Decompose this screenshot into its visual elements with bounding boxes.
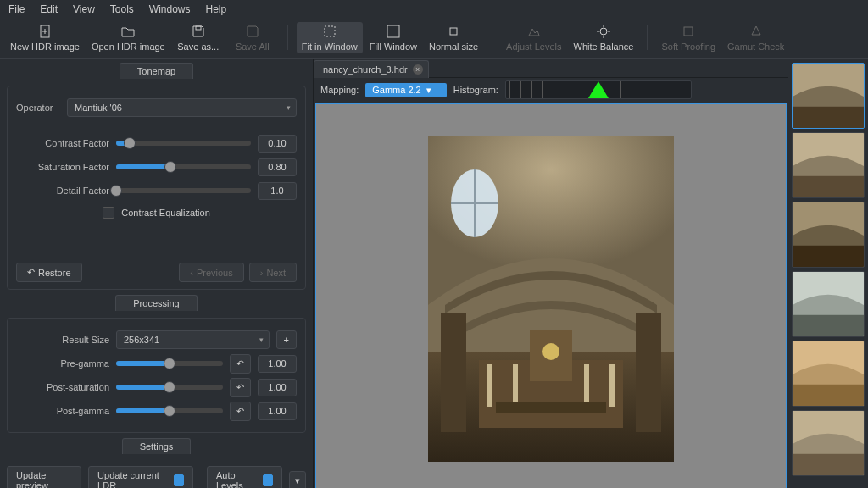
soft-proof-button: Soft Proofing [656,22,721,53]
white-balance-icon [596,24,611,39]
chevron-down-icon: ▾ [426,85,431,96]
menu-tools[interactable]: Tools [110,3,134,15]
post-gamma-slider[interactable] [116,408,223,413]
contrast-eq-checkbox[interactable] [103,207,114,219]
thumbnail-panel [788,59,868,488]
auto-levels-toggle[interactable]: Auto Levels [207,466,282,488]
svg-rect-27 [609,364,615,407]
tab-settings[interactable]: Settings [122,438,192,454]
thumbnail[interactable] [792,271,865,337]
thumbnail[interactable] [792,63,865,129]
gamut-check-button: Gamut Check [722,22,789,53]
thumbnail[interactable] [792,132,865,198]
checkbox-on-icon [263,474,273,486]
operator-select[interactable]: Mantiuk '06 ▾ [67,98,297,117]
saturation-value[interactable]: 0.80 [258,158,297,176]
svg-rect-39 [793,454,864,475]
fit-window-button[interactable]: Fit in Window [297,22,363,53]
normal-size-button[interactable]: Normal size [424,22,483,53]
pre-gamma-reset[interactable]: ↶ [230,354,251,374]
post-sat-slider[interactable] [116,385,223,390]
svg-rect-24 [513,364,518,402]
post-gamma-reset[interactable]: ↶ [230,402,251,421]
update-preview-toggle[interactable]: Update preview [7,466,81,488]
gamut-check-icon [748,24,764,39]
svg-rect-26 [487,364,492,407]
menu-edit[interactable]: Edit [40,3,58,15]
white-balance-button[interactable]: White Balance [569,22,639,53]
normal-size-icon [446,24,461,39]
post-sat-reset[interactable]: ↶ [230,378,251,397]
post-sat-label: Post-saturation [16,382,109,392]
reset-icon: ↶ [236,358,244,369]
save-icon [191,24,206,39]
save-as-button[interactable]: Save as... [172,22,225,53]
svg-rect-23 [496,402,606,413]
open-hdr-button[interactable]: Open HDR image [86,22,170,53]
post-gamma-value[interactable]: 1.00 [258,402,297,420]
menu-windows[interactable]: Windows [149,3,191,15]
fit-window-icon [322,24,337,39]
processing-panel: Result Size 256x341 ▾ + Pre-gamma ↶ 1.00… [7,318,306,433]
menu-view[interactable]: View [73,3,95,15]
svg-rect-5 [387,25,399,37]
hdr-image-preview [428,136,674,462]
histogram [505,80,692,99]
tab-tonemap[interactable]: Tonemap [120,63,193,79]
previous-button: ‹Previous [179,263,243,282]
reset-icon: ↶ [236,406,244,417]
tonemap-panel: Operator Mantiuk '06 ▾ Contrast Factor 0… [7,86,306,290]
fill-window-button[interactable]: Fill Window [364,22,422,53]
image-viewport[interactable] [315,103,787,488]
undo-icon: ↶ [27,267,35,278]
pre-gamma-value[interactable]: 1.00 [258,355,297,373]
thumbnail[interactable] [792,410,865,476]
saturation-label: Saturation Factor [16,162,109,172]
svg-rect-29 [793,107,864,128]
svg-rect-6 [450,28,457,35]
save-all-button: Save All [226,22,279,53]
svg-rect-35 [793,315,864,336]
update-ldr-toggle[interactable]: Update current LDR [88,466,193,488]
chevron-down-icon: ▾ [287,103,291,112]
svg-point-22 [542,343,559,360]
adjust-levels-button: Adjust Levels [501,22,566,53]
svg-point-7 [600,28,607,35]
result-size-label: Result Size [16,335,109,345]
new-file-icon [37,24,53,39]
detail-label: Detail Factor [16,186,109,196]
svg-rect-18 [441,313,466,432]
detail-slider[interactable] [116,188,251,193]
result-size-select[interactable]: 256x341 ▾ [116,330,270,349]
close-icon[interactable]: × [413,64,423,75]
post-sat-value[interactable]: 1.00 [258,379,297,396]
menu-help[interactable]: Help [206,3,227,15]
menu-file[interactable]: File [8,3,25,15]
thumbnail[interactable] [792,202,865,268]
mapping-label: Mapping: [320,85,359,95]
thumbnail[interactable] [792,341,865,407]
detail-value[interactable]: 1.0 [258,182,297,200]
contrast-slider[interactable] [116,141,251,146]
fill-window-icon [386,24,401,39]
mapping-select[interactable]: Gamma 2.2▾ [365,83,446,97]
contrast-label: Contrast Factor [16,138,109,148]
operator-label: Operator [16,103,60,113]
soft-proof-icon [681,24,696,39]
contrast-eq-label: Contrast Equalization [121,208,210,218]
tab-processing[interactable]: Processing [115,295,197,311]
contrast-value[interactable]: 0.10 [258,135,297,152]
restore-button[interactable]: ↶Restore [16,263,82,282]
new-hdr-button[interactable]: New HDR image [5,22,85,53]
svg-rect-19 [636,313,661,432]
pre-gamma-slider[interactable] [116,361,223,366]
chevron-left-icon: ‹ [190,268,193,278]
saturation-slider[interactable] [116,164,251,169]
folder-open-icon [120,24,136,39]
auto-levels-menu[interactable]: ▾ [289,471,306,489]
svg-rect-3 [196,26,201,30]
add-size-button[interactable]: + [276,330,297,349]
svg-rect-37 [793,385,864,406]
next-button: ›Next [249,263,297,282]
document-tab[interactable]: nancy_church_3.hdr × [314,60,429,78]
